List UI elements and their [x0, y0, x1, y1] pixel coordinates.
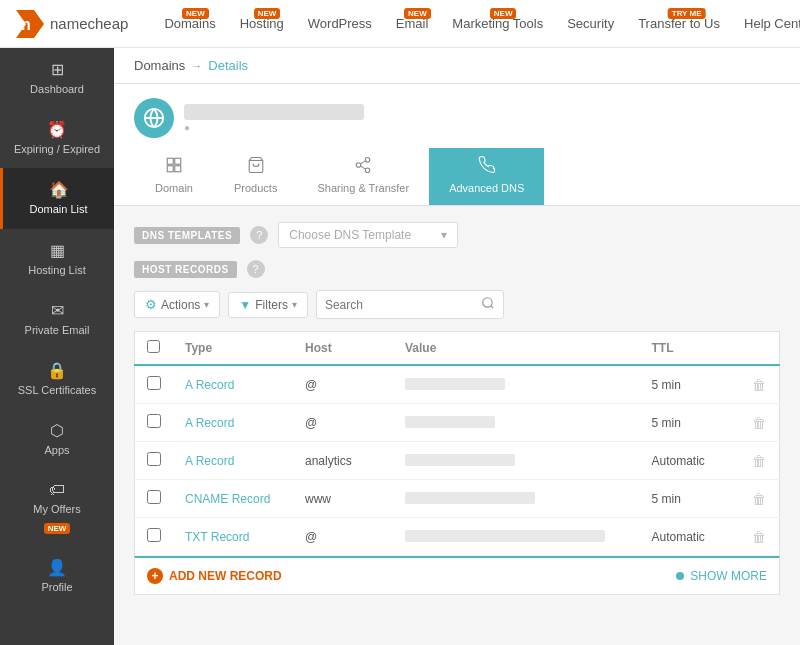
- logo-text: namecheap: [50, 15, 128, 32]
- svg-rect-4: [167, 158, 173, 164]
- nav-marketing-tools[interactable]: NEW Marketing Tools: [440, 0, 555, 48]
- nav-hosting[interactable]: NEW Hosting: [228, 0, 296, 48]
- sidebar-item-apps[interactable]: ⬡ Apps: [0, 409, 114, 469]
- record-host: @: [293, 365, 393, 404]
- main-layout: ⊞ Dashboard ⏰ Expiring / Expired 🏠 Domai…: [0, 48, 800, 645]
- delete-record-icon[interactable]: 🗑: [752, 491, 766, 507]
- tab-sharing[interactable]: Sharing & Transfer: [297, 148, 429, 205]
- dns-templates-label: DNS TEMPLATES: [134, 227, 240, 244]
- host-records-help-icon[interactable]: ?: [247, 260, 265, 278]
- record-host: @: [293, 404, 393, 442]
- table-row: CNAME Record www 5 min 🗑: [135, 480, 780, 518]
- delete-record-icon[interactable]: 🗑: [752, 453, 766, 469]
- table-row: A Record @ 5 min 🗑: [135, 404, 780, 442]
- svg-rect-5: [175, 158, 181, 164]
- record-type: A Record: [173, 365, 293, 404]
- record-host: www: [293, 480, 393, 518]
- sidebar-item-my-offers[interactable]: 🏷 My Offers NEW: [0, 469, 114, 545]
- svg-text:n: n: [21, 16, 31, 33]
- dns-templates-help-icon[interactable]: ?: [250, 226, 268, 244]
- nav-security[interactable]: Security: [555, 0, 626, 48]
- col-header-type: Type: [173, 332, 293, 366]
- delete-record-icon[interactable]: 🗑: [752, 529, 766, 545]
- search-input[interactable]: [325, 298, 475, 312]
- domain-icon-row: ●: [134, 98, 780, 138]
- tab-bar: Domain Products Sharing & Transfer: [134, 148, 780, 205]
- table-row: A Record @ 5 min 🗑: [135, 365, 780, 404]
- search-icon[interactable]: [481, 296, 495, 313]
- server-icon: ▦: [50, 241, 65, 260]
- dot-icon: [676, 572, 684, 580]
- row-checkbox[interactable]: [147, 528, 161, 542]
- col-header-check: [135, 332, 174, 366]
- tab-advanced-dns[interactable]: Advanced DNS: [429, 148, 544, 205]
- domain-globe-icon: [134, 98, 174, 138]
- records-table: Type Host Value TTL A Record @ 5 min 🗑 A…: [134, 331, 780, 556]
- plus-circle-icon: +: [147, 568, 163, 584]
- inner-content: DNS TEMPLATES ? Choose DNS Template ▾ HO…: [114, 206, 800, 645]
- col-header-host: Host: [293, 332, 393, 366]
- actions-row: ⚙ Actions ▾ ▼ Filters ▾: [134, 290, 780, 319]
- delete-record-icon[interactable]: 🗑: [752, 415, 766, 431]
- table-row: TXT Record @ Automatic 🗑: [135, 518, 780, 556]
- sidebar-item-hosting-list[interactable]: ▦ Hosting List: [0, 229, 114, 289]
- sidebar-item-profile[interactable]: 👤 Profile: [0, 546, 114, 606]
- record-ttl: Automatic: [640, 442, 740, 480]
- svg-point-10: [357, 163, 362, 168]
- record-value: [393, 480, 640, 518]
- settings-icon: ⚙: [145, 297, 157, 312]
- domain-tab-icon: [165, 156, 183, 178]
- record-value: [393, 365, 640, 404]
- nav-email[interactable]: NEW Email: [384, 0, 441, 48]
- sidebar: ⊞ Dashboard ⏰ Expiring / Expired 🏠 Domai…: [0, 48, 114, 645]
- dashboard-icon: ⊞: [51, 60, 64, 79]
- sidebar-item-ssl[interactable]: 🔒 SSL Certificates: [0, 349, 114, 409]
- svg-line-13: [361, 161, 366, 164]
- breadcrumb-parent[interactable]: Domains: [134, 58, 185, 73]
- nav-domains[interactable]: NEW Domains: [152, 0, 227, 48]
- row-checkbox[interactable]: [147, 414, 161, 428]
- nav-wordpress[interactable]: WordPress: [296, 0, 384, 48]
- table-row: A Record analytics Automatic 🗑: [135, 442, 780, 480]
- col-header-action: [740, 332, 780, 366]
- svg-point-14: [483, 298, 492, 307]
- row-checkbox[interactable]: [147, 490, 161, 504]
- record-ttl: 5 min: [640, 365, 740, 404]
- record-value: [393, 518, 640, 556]
- add-new-record-button[interactable]: + ADD NEW RECORD: [147, 568, 282, 584]
- record-value: [393, 442, 640, 480]
- filters-button[interactable]: ▼ Filters ▾: [228, 292, 308, 318]
- svg-point-11: [366, 168, 371, 173]
- sidebar-item-expiring[interactable]: ⏰ Expiring / Expired: [0, 108, 114, 168]
- logo[interactable]: n namecheap: [16, 10, 128, 38]
- breadcrumb-arrow: →: [191, 60, 202, 72]
- nav-transfer[interactable]: TRY ME Transfer to Us: [626, 0, 732, 48]
- tab-domain[interactable]: Domain: [134, 148, 214, 205]
- svg-point-9: [366, 158, 371, 163]
- domain-header: ● Domain Products: [114, 84, 800, 206]
- dns-templates-section: DNS TEMPLATES ? Choose DNS Template ▾: [134, 222, 780, 248]
- delete-record-icon[interactable]: 🗑: [752, 377, 766, 393]
- domain-sub: ●: [184, 122, 364, 133]
- select-all-checkbox[interactable]: [147, 340, 160, 353]
- dns-template-select[interactable]: Choose DNS Template ▾: [278, 222, 458, 248]
- record-type: A Record: [173, 442, 293, 480]
- domain-name: [184, 104, 364, 120]
- row-checkbox[interactable]: [147, 376, 161, 390]
- record-ttl: 5 min: [640, 404, 740, 442]
- sidebar-item-dashboard[interactable]: ⊞ Dashboard: [0, 48, 114, 108]
- svg-rect-6: [167, 166, 173, 172]
- filter-icon: ▼: [239, 298, 251, 312]
- sidebar-item-domain-list[interactable]: 🏠 Domain List: [0, 168, 114, 228]
- host-records-label: HOST RECORDS: [134, 261, 237, 278]
- sidebar-item-private-email[interactable]: ✉ Private Email: [0, 289, 114, 349]
- tab-products[interactable]: Products: [214, 148, 297, 205]
- nav-help[interactable]: Help Center: [732, 0, 800, 48]
- show-more-button[interactable]: SHOW MORE: [676, 569, 767, 583]
- actions-button[interactable]: ⚙ Actions ▾: [134, 291, 220, 318]
- record-ttl: Automatic: [640, 518, 740, 556]
- lock-icon: 🔒: [47, 361, 67, 380]
- row-checkbox[interactable]: [147, 452, 161, 466]
- apps-icon: ⬡: [50, 421, 64, 440]
- record-type: CNAME Record: [173, 480, 293, 518]
